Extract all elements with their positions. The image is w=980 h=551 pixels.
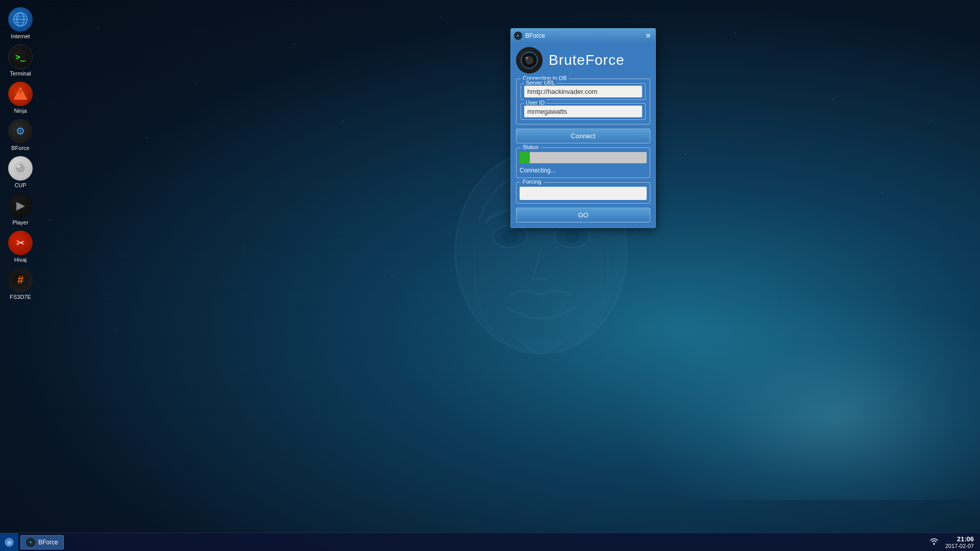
svg-point-11 xyxy=(18,89,22,93)
desktop-icon-player[interactable]: ▶ Player xyxy=(3,191,38,228)
status-section: Status Connecting... xyxy=(516,147,650,178)
app-header: BruteForce xyxy=(516,47,650,73)
forcing-label: Forcing xyxy=(521,179,544,185)
bforce-icon: ⚙ xyxy=(8,119,33,143)
svg-point-14 xyxy=(17,165,20,168)
desktop-icon-player-label: Player xyxy=(12,219,28,226)
svg-point-4 xyxy=(565,230,580,242)
desktop-icon-internet[interactable]: Internet xyxy=(3,5,38,41)
player-icon: ▶ xyxy=(8,193,33,218)
desktop-background xyxy=(0,0,980,551)
cup-icon xyxy=(8,156,33,181)
desktop-icon-terminal[interactable]: >_ Terminal xyxy=(3,42,38,79)
go-button[interactable]: GO xyxy=(516,208,650,222)
svg-point-3 xyxy=(502,230,518,242)
window-title-icon xyxy=(514,32,522,40)
server-url-group: Server URL xyxy=(521,83,646,100)
forcing-section: Forcing xyxy=(516,182,650,204)
globe-icon xyxy=(8,7,33,32)
window-close-button[interactable]: ✕ xyxy=(644,32,652,39)
user-id-input[interactable] xyxy=(524,106,642,117)
status-bar-fill xyxy=(520,152,530,163)
desktop-icon-fs3d7e-label: FS3D7E xyxy=(10,294,31,300)
desktop-icon-fs3d7e[interactable]: # FS3D7E xyxy=(3,266,38,302)
taskbar-start-button[interactable]: ⊞ xyxy=(0,533,18,552)
taskbar-bforce-item[interactable]: BForce xyxy=(20,535,64,549)
status-bar-container xyxy=(520,152,647,163)
svg-point-24 xyxy=(30,541,32,543)
taskbar-bforce-icon xyxy=(26,538,35,547)
wifi-icon xyxy=(929,537,939,547)
app-icon-large xyxy=(516,47,543,73)
desktop-icon-ninja[interactable]: Ninja xyxy=(3,80,38,116)
desktop-icons: Internet >_ Terminal Ninja ⚙ BForce xyxy=(0,0,41,307)
svg-point-20 xyxy=(527,57,528,59)
server-url-label: Server URL xyxy=(524,80,556,86)
svg-point-25 xyxy=(933,543,935,544)
status-label: Status xyxy=(521,144,541,150)
svg-text:⊞: ⊞ xyxy=(7,540,11,545)
window-body: BruteForce Connecting to DB Server URL U… xyxy=(511,43,655,228)
user-id-label: User ID xyxy=(524,99,546,106)
window-titlebar: BForce ✕ xyxy=(511,29,655,43)
desktop-icon-cup[interactable]: CUP xyxy=(3,154,38,190)
taskbar: ⊞ BForce 21:06 2017-02-07 xyxy=(0,533,980,551)
desktop-icon-bforce[interactable]: ⚙ BForce xyxy=(3,117,38,153)
desktop-icon-internet-label: Internet xyxy=(11,33,30,39)
forcing-input[interactable] xyxy=(520,187,647,200)
desktop-icon-bforce-label: BForce xyxy=(11,145,29,151)
bruteforce-window: BForce ✕ BruteForce Connecting to DB Ser… xyxy=(510,28,656,228)
terminal-icon: >_ xyxy=(8,44,33,69)
clock-time: 21:06 xyxy=(945,535,974,543)
desktop-icon-cup-label: CUP xyxy=(14,182,26,188)
taskbar-right: 21:06 2017-02-07 xyxy=(929,535,980,549)
desktop-icon-ninja-label: Ninja xyxy=(14,108,27,114)
taskbar-items: BForce xyxy=(18,535,929,549)
nebula-decoration xyxy=(623,296,980,500)
app-title-text: BruteForce xyxy=(549,52,625,68)
window-title-text: BForce xyxy=(525,32,545,39)
ninja-icon xyxy=(8,82,33,106)
hivaj-icon: ✂ xyxy=(8,231,33,255)
desktop-icon-terminal-label: Terminal xyxy=(10,70,31,77)
svg-point-13 xyxy=(16,164,25,173)
status-text: Connecting... xyxy=(520,167,556,174)
connecting-to-db-section: Connecting to DB Server URL User ID xyxy=(516,79,650,124)
window-title-left: BForce xyxy=(514,32,545,40)
desktop-icon-hivaj-label: Hivaj xyxy=(14,257,27,263)
fs3d7e-icon: # xyxy=(8,268,33,292)
connect-button[interactable]: Connect xyxy=(516,129,650,143)
user-id-group: User ID xyxy=(521,103,646,120)
taskbar-bforce-label: BForce xyxy=(38,539,58,546)
taskbar-clock: 21:06 2017-02-07 xyxy=(945,535,974,549)
clock-date: 2017-02-07 xyxy=(945,543,974,549)
svg-point-16 xyxy=(517,35,519,37)
server-url-input[interactable] xyxy=(524,86,642,97)
desktop-icon-hivaj[interactable]: ✂ Hivaj xyxy=(3,229,38,265)
